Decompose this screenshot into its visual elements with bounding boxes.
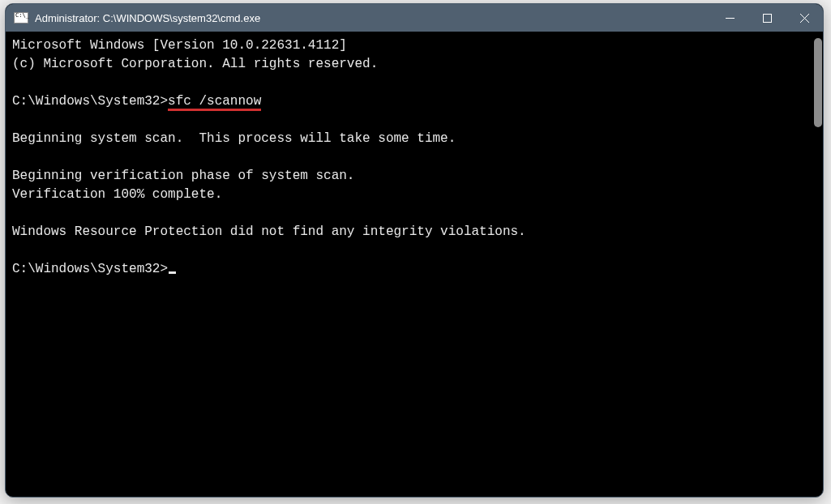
cmd-icon (14, 12, 28, 23)
cmd-window: Administrator: C:\WINDOWS\system32\cmd.e… (5, 3, 824, 498)
terminal-output[interactable]: Microsoft Windows [Version 10.0.22631.41… (9, 32, 820, 493)
titlebar[interactable]: Administrator: C:\WINDOWS\system32\cmd.e… (6, 4, 823, 32)
maximize-button[interactable] (748, 4, 786, 32)
typed-command: sfc /scannow (168, 94, 261, 111)
svg-rect-1 (763, 14, 771, 22)
minimize-button[interactable] (711, 4, 748, 32)
output-line: Verification 100% complete. (12, 187, 222, 202)
output-line: Beginning system scan. This process will… (12, 131, 456, 146)
window-title: Administrator: C:\WINDOWS\system32\cmd.e… (35, 12, 711, 24)
output-line: (c) Microsoft Corporation. All rights re… (12, 57, 378, 71)
window-controls (711, 4, 823, 32)
output-line: Beginning verification phase of system s… (12, 169, 354, 183)
output-line: Windows Resource Protection did not find… (12, 224, 526, 239)
prompt-path: C:\Windows\System32> (12, 94, 168, 109)
vertical-scrollbar-thumb[interactable] (814, 38, 822, 127)
prompt-path: C:\Windows\System32> (12, 262, 168, 276)
text-cursor (169, 271, 176, 274)
close-button[interactable] (786, 4, 823, 32)
output-line: Microsoft Windows [Version 10.0.22631.41… (12, 38, 347, 53)
